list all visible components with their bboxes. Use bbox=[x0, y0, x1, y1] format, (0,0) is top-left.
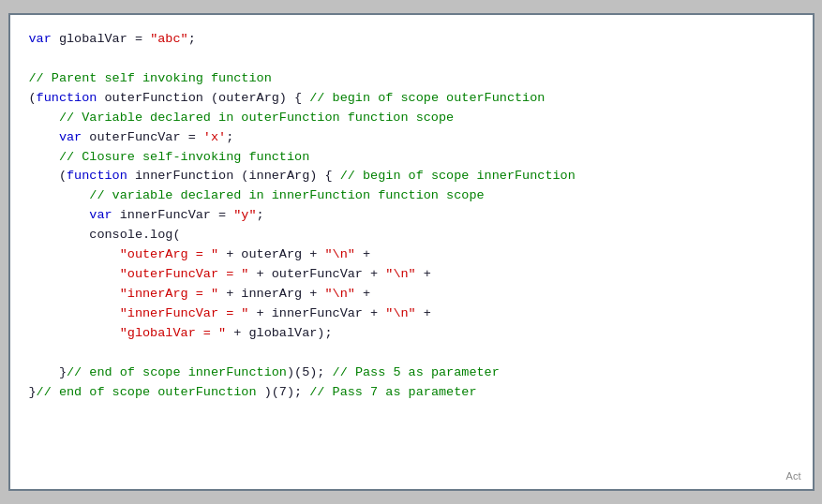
line-19: }// end of scope outerFunction )(7); // … bbox=[29, 385, 477, 399]
line-5: // Variable declared in outerFunction fu… bbox=[29, 111, 455, 125]
line-4: (function outerFunction (outerArg) { // … bbox=[29, 91, 546, 105]
line-8: (function innerFunction (innerArg) { // … bbox=[29, 169, 575, 183]
line-11: console.log( bbox=[29, 228, 181, 242]
line-13: "outerFuncVar = " + outerFuncVar + "\n" … bbox=[29, 267, 431, 281]
line-12: "outerArg = " + outerArg + "\n" + bbox=[29, 247, 371, 261]
code-editor: var globalVar = "abc"; // Parent self in… bbox=[8, 13, 815, 491]
watermark: Act bbox=[786, 470, 801, 482]
line-3: // Parent self invoking function bbox=[29, 71, 272, 85]
line-1: var globalVar = "abc"; bbox=[29, 32, 196, 46]
code-content: var globalVar = "abc"; // Parent self in… bbox=[29, 30, 794, 403]
line-7: // Closure self-invoking function bbox=[29, 150, 310, 164]
line-18: }// end of scope innerFunction)(5); // P… bbox=[29, 365, 500, 379]
line-10: var innerFuncVar = "y"; bbox=[29, 208, 264, 222]
line-6: var outerFuncVar = 'x'; bbox=[29, 130, 234, 144]
line-16: "globalVar = " + globalVar); bbox=[29, 326, 333, 340]
line-14: "innerArg = " + innerArg + "\n" + bbox=[29, 287, 371, 301]
line-9: // variable declared in innerFunction fu… bbox=[29, 188, 485, 202]
line-15: "innerFuncVar = " + innerFuncVar + "\n" … bbox=[29, 306, 431, 320]
